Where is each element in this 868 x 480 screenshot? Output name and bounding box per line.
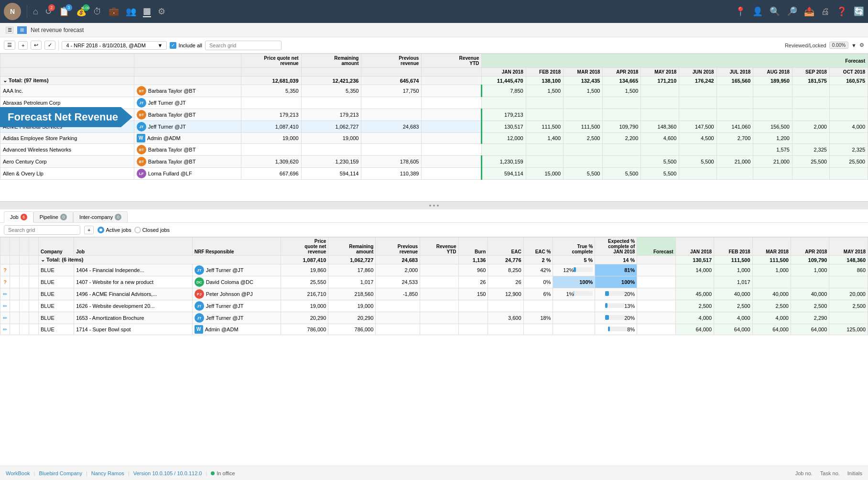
export-icon[interactable]: 📤 [804, 6, 814, 17]
bottom-col-eac-pct: EAC % [523, 238, 553, 256]
menu-icon[interactable]: ☰ [6, 27, 13, 33]
row-expected-pct: 20% [595, 288, 637, 300]
forecast-dropdown[interactable]: 4 - NRF 2018 - 8/10/2018, @ADM ▼ [62, 41, 167, 50]
undo-button[interactable]: ↩ [31, 41, 42, 50]
row-feb: 4,000 [714, 312, 752, 324]
status-user[interactable]: Nancy Ramos [91, 470, 124, 476]
bottom-search-input[interactable] [4, 225, 80, 235]
bottom-table-row: ? BLUE 1407 - Website for a new product … [0, 276, 868, 288]
row-nrf: DCDavid Coloma @DC [192, 276, 281, 288]
contacts-icon[interactable]: 👤 [752, 6, 763, 17]
question-icon: ? [3, 279, 7, 285]
tab-pipeline[interactable]: Pipeline 0 [33, 211, 73, 222]
table-row: AAA Inc. BTBarbara Taylor @BT 5,350 5,35… [0, 85, 868, 97]
home-icon[interactable]: ⌂ [33, 7, 38, 17]
row-apr: 40,000 [791, 288, 829, 300]
table-header-row: Price quote netrevenue Remainingamount P… [0, 54, 868, 68]
row-owner: BTBarbara Taylor @BT [134, 85, 241, 97]
table-row: ACME Financial Services JTJeff Turner @J… [0, 121, 868, 133]
row-price-quote: 19,860 [281, 264, 328, 276]
check-button[interactable]: ✓ [44, 41, 55, 50]
tab-job-badge: 6 [21, 214, 27, 220]
clipboard-icon[interactable]: 📋3 [59, 6, 69, 17]
tab-inter-company[interactable]: Inter-company 0 [73, 211, 128, 222]
row-true-pct [553, 312, 595, 324]
status-company[interactable]: Bluebird Company [39, 470, 82, 476]
row-company: BLUE [39, 264, 74, 276]
settings2-icon[interactable]: ⚙ [859, 42, 864, 48]
bt-total-apr: 109,790 [791, 256, 829, 264]
refresh2-icon[interactable]: 🔄 [854, 6, 864, 17]
active-radio-indicator [98, 227, 104, 233]
row-nrf: JTJeff Turner @JT [192, 312, 281, 324]
bt-total-label: ⌄ Total: (6 items) [39, 256, 281, 264]
tab-inter-company-badge: 0 [115, 214, 121, 220]
status-workbook[interactable]: WorkBook [6, 470, 30, 476]
panel-divider[interactable] [0, 202, 868, 209]
location-icon[interactable]: 📍 [735, 6, 746, 17]
row-company: BLUE [39, 324, 74, 335]
row-previous: 24,683 [361, 121, 422, 133]
settings-icon[interactable]: ⚙ [158, 6, 165, 17]
include-all-toggle[interactable]: ✓ Include all [170, 42, 202, 49]
active-jobs-radio[interactable]: Active jobs [98, 227, 131, 233]
row-jul [716, 85, 753, 97]
status-dot-icon [211, 471, 215, 475]
bt-total-eac-pct: 2 % [523, 256, 553, 264]
status-job-no[interactable]: Job no. [795, 470, 813, 476]
filter-icon[interactable]: ▼ [851, 43, 857, 48]
row-mar: 1,500 [564, 85, 603, 97]
row-previous [376, 300, 420, 312]
print-icon[interactable]: 🖨 [821, 7, 830, 17]
status-label: In office [217, 470, 235, 476]
row-status-icon: ✏ [0, 312, 10, 324]
row-name: AAA Inc. [0, 85, 134, 97]
add-job-button[interactable]: + [84, 226, 94, 234]
col-mar: MAR 2018 [564, 68, 603, 76]
bottom-data-table: Company Job NRF Responsible Pricequote n… [0, 237, 868, 335]
main-toolbar: ☰ + ↩ ✓ 4 - NRF 2018 - 8/10/2018, @ADM ▼… [0, 37, 868, 54]
refresh-icon[interactable]: ↺2 [45, 6, 52, 17]
users-icon[interactable]: 👥 [126, 6, 136, 17]
bottom-total-row: ⌄ Total: (6 items) 1,087,410 1,062,727 2… [0, 256, 868, 264]
row-col3 [20, 300, 29, 312]
row-forecast-spacer [637, 324, 675, 335]
row-jan [482, 144, 526, 156]
tab-pipeline-badge: 0 [60, 214, 67, 220]
row-jul [716, 168, 753, 180]
row-apr: 2,200 [603, 133, 641, 144]
add-button[interactable]: + [18, 41, 28, 50]
row-true-pct: 1% [553, 288, 595, 300]
include-all-checkbox[interactable]: ✓ [170, 42, 176, 49]
closed-jobs-radio[interactable]: Closed jobs [134, 227, 170, 233]
table-icon: ⊞ [17, 26, 27, 34]
row-mar: 2,500 [564, 133, 603, 144]
bottom-col-ytd: RevenueYTD [420, 238, 458, 256]
hamburger-button[interactable]: ☰ [4, 41, 15, 50]
bottom-col-icons4 [29, 238, 39, 256]
row-price-quote [241, 97, 301, 109]
row-feb: 111,500 [526, 121, 563, 133]
row-col3 [20, 312, 29, 324]
bottom-col-feb: FEB 2018 [714, 238, 752, 256]
row-col3 [20, 288, 29, 300]
row-remaining: 1,017 [328, 276, 376, 288]
user-avatar[interactable]: N [4, 3, 21, 20]
search-input[interactable] [205, 41, 282, 50]
briefcase-icon[interactable]: 💼 [108, 6, 119, 17]
clock-icon[interactable]: ⏱ [93, 7, 102, 17]
zoom-icon[interactable]: 🔍 [770, 6, 780, 17]
job-filter-radio: Active jobs Closed jobs [98, 227, 170, 233]
row-apr: 2,500 [791, 300, 829, 312]
grid-icon[interactable]: ▦ [143, 6, 151, 17]
status-task-no[interactable]: Task no. [820, 470, 840, 476]
row-nrf: WAdmin @ADM [192, 324, 281, 335]
money-icon[interactable]: 💰0.00 [76, 6, 87, 17]
status-initials[interactable]: Initials [847, 470, 862, 476]
bt-total-jan: 130,517 [675, 256, 714, 264]
help-icon[interactable]: ❓ [836, 6, 847, 17]
search-icon[interactable]: 🔎 [787, 6, 797, 17]
row-mar [564, 109, 603, 121]
row-job: 1714 - Super Bowl spot [74, 324, 192, 335]
tab-job[interactable]: Job 6 [4, 211, 33, 223]
